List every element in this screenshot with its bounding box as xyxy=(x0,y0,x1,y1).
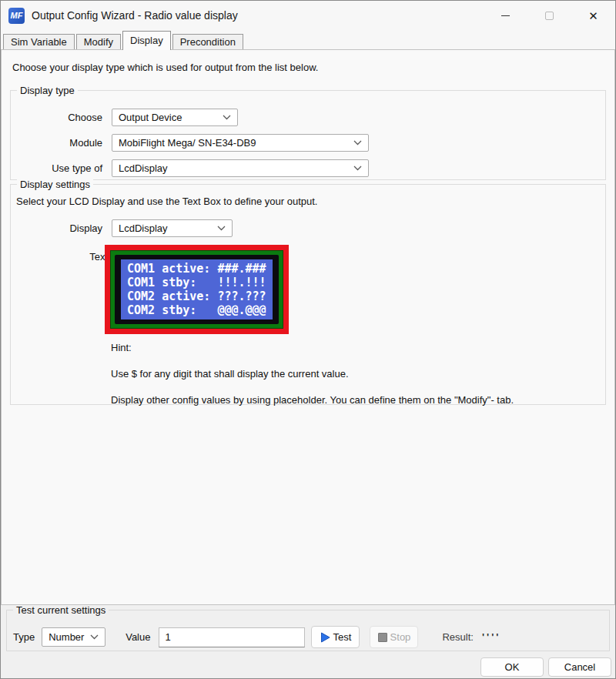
test-settings-group-title: Test current settings xyxy=(13,604,109,616)
hint-line-2: Display other config values by using pla… xyxy=(111,394,605,406)
display-tab-page: Choose your display type which is used f… xyxy=(1,49,615,605)
mobiflight-logo-icon: MF xyxy=(8,8,25,24)
text-label: Text xyxy=(11,245,108,263)
choose-row: Choose Output Device xyxy=(11,109,605,126)
maximize-button[interactable] xyxy=(527,1,571,30)
lcd-display-dropdown-value: LcdDisplay xyxy=(119,222,213,234)
maximize-icon xyxy=(545,12,554,20)
chevron-down-icon xyxy=(90,634,99,640)
play-icon xyxy=(320,632,330,643)
type-label: Type xyxy=(13,631,35,643)
display-type-group-title: Display type xyxy=(17,85,78,96)
lcd-line: COM1 active: ###.### xyxy=(127,262,266,276)
hint-title: Hint: xyxy=(111,342,605,353)
display-label: Display xyxy=(12,222,102,234)
result-value: '''' xyxy=(482,631,500,643)
minimize-icon xyxy=(501,15,510,16)
bottom-panel: Test current settings Type Number Value … xyxy=(1,605,615,679)
tab-sim-variable[interactable]: Sim Variable xyxy=(3,34,75,49)
dialog-footer: OK Cancel xyxy=(1,657,615,677)
cancel-button[interactable]: Cancel xyxy=(548,657,611,677)
window-controls: ✕ xyxy=(484,1,615,30)
lcd-screen-preview[interactable]: COM1 active: ###.### COM1 stby: !!!.!!! … xyxy=(121,259,273,319)
chevron-down-icon xyxy=(223,115,231,120)
stop-button-label: Stop xyxy=(390,631,411,643)
text-row: Text COM1 active: ###.### COM1 stby: !!!… xyxy=(11,245,605,334)
test-button-label: Test xyxy=(333,631,352,643)
titlebar: MF Output Config Wizard - Radio value di… xyxy=(1,1,615,30)
close-button[interactable]: ✕ xyxy=(571,1,615,30)
close-icon: ✕ xyxy=(588,10,598,22)
result-label: Result: xyxy=(442,631,473,643)
chevron-down-icon xyxy=(353,140,362,146)
lcd-line: COM1 stby: !!!.!!! xyxy=(127,276,266,289)
use-type-dropdown-value: LcdDisplay xyxy=(119,162,349,174)
tab-precondition[interactable]: Precondition xyxy=(172,34,243,49)
lcd-instruction-text: Select your LCD Display and use the Text… xyxy=(16,196,605,207)
module-dropdown-value: MobiFlight Mega/ SN-E34-DB9 xyxy=(119,137,349,149)
output-config-wizard-window: MF Output Config Wizard - Radio value di… xyxy=(0,0,616,679)
use-type-dropdown[interactable]: LcdDisplay xyxy=(112,159,369,177)
display-type-group: Display type Choose Output Device Module… xyxy=(10,90,606,180)
module-row: Module MobiFlight Mega/ SN-E34-DB9 xyxy=(11,134,605,152)
choose-dropdown[interactable]: Output Device xyxy=(112,109,238,126)
tab-modify[interactable]: Modify xyxy=(76,34,121,49)
tab-display[interactable]: Display xyxy=(122,31,171,50)
type-dropdown[interactable]: Number xyxy=(42,627,105,647)
hint-block: Hint: Use $ for any digit that shall dis… xyxy=(111,342,605,406)
use-type-label: Use type of xyxy=(12,162,102,174)
lcd-line: COM2 stby: @@@.@@@ xyxy=(127,303,266,317)
minimize-button[interactable] xyxy=(484,1,527,30)
type-dropdown-value: Number xyxy=(49,631,85,643)
lcd-highlight-frame: COM1 active: ###.### COM1 stby: !!!.!!! … xyxy=(105,245,289,334)
test-button[interactable]: Test xyxy=(311,626,360,648)
display-row: Display LcdDisplay xyxy=(11,219,605,237)
use-type-row: Use type of LcdDisplay xyxy=(11,159,605,177)
chevron-down-icon xyxy=(217,226,226,231)
module-label: Module xyxy=(12,137,102,149)
value-input[interactable] xyxy=(159,627,305,647)
module-dropdown[interactable]: MobiFlight Mega/ SN-E34-DB9 xyxy=(112,134,369,152)
stop-button: Stop xyxy=(370,626,418,648)
stop-icon xyxy=(378,633,387,642)
hint-line-1: Use $ for any digit that shall display t… xyxy=(111,368,605,380)
tab-strip: Sim Variable Modify Display Precondition xyxy=(1,30,615,49)
lcd-bezel: COM1 active: ###.### COM1 stby: !!!.!!! … xyxy=(115,255,279,324)
choose-dropdown-value: Output Device xyxy=(119,112,218,123)
intro-text: Choose your display type which is used f… xyxy=(12,62,614,73)
window-title: Output Config Wizard - Radio value displ… xyxy=(32,9,238,22)
display-settings-group: Display settings Select your LCD Display… xyxy=(10,184,606,405)
chevron-down-icon xyxy=(353,166,362,171)
choose-label: Choose xyxy=(12,112,102,123)
test-settings-group: Test current settings Type Number Value … xyxy=(6,610,610,651)
lcd-line: COM2 active: ???.??? xyxy=(127,289,266,303)
lcd-pcb-frame: COM1 active: ###.### COM1 stby: !!!.!!! … xyxy=(110,250,283,329)
value-label: Value xyxy=(126,631,150,643)
ok-button[interactable]: OK xyxy=(480,657,544,677)
display-settings-group-title: Display settings xyxy=(17,179,93,190)
lcd-display-dropdown[interactable]: LcdDisplay xyxy=(112,219,233,237)
